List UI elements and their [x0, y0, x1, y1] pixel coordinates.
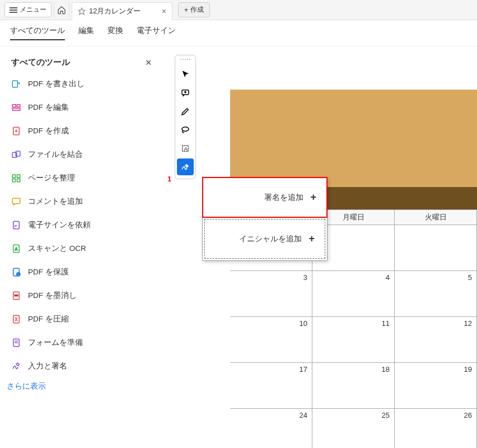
tool-item-organize[interactable]: ページを整理 — [6, 167, 157, 189]
vertical-toolbar: A — [175, 55, 196, 179]
tools-panel: すべてのツール ✕ PDF を書き出しPDF を編集PDF を作成ファイルを結合… — [0, 49, 162, 404]
lasso-tool[interactable] — [177, 122, 194, 138]
tool-item-label: PDF を保護 — [28, 267, 69, 277]
plus-icon: + — [310, 192, 316, 203]
tool-item-compress[interactable]: PDF を圧縮 — [6, 309, 157, 330]
svg-rect-12 — [12, 198, 20, 204]
nav-edit[interactable]: 編集 — [78, 26, 94, 40]
redact-icon — [11, 291, 21, 301]
svg-rect-2 — [12, 105, 16, 108]
tool-item-scan[interactable]: Aスキャンと OCR — [6, 238, 157, 259]
calendar-banner — [230, 90, 477, 187]
calendar-cell — [395, 225, 477, 271]
signature-popup: 署名を追加 + イニシャルを追加 + — [202, 177, 328, 261]
nav-all-tools[interactable]: すべてのツール — [10, 26, 65, 40]
calendar-cell: 25 — [312, 409, 395, 448]
comment-tool[interactable] — [177, 85, 194, 101]
menu-button[interactable]: メニュー — [4, 2, 52, 17]
add-signature-button[interactable]: 署名を追加 + — [202, 177, 328, 218]
create-label: 作成 — [190, 5, 204, 15]
calendar-row: 345 — [230, 271, 477, 317]
tool-item-comment[interactable]: コメントを追加 — [6, 191, 157, 212]
tool-item-redact[interactable]: PDF を墨消し — [6, 285, 157, 306]
nav-esign[interactable]: 電子サイン — [137, 26, 176, 40]
tool-item-label: コメントを追加 — [28, 197, 83, 207]
tool-item-protect[interactable]: PDF を保護 — [6, 262, 157, 283]
document-view: 月曜日火曜日 345101112171819242526 — [230, 90, 477, 448]
calendar-row: 242526 — [230, 409, 477, 448]
export-icon — [11, 79, 21, 89]
tool-item-label: スキャンと OCR — [28, 244, 86, 254]
tool-item-edit-pdf[interactable]: PDF を編集 — [6, 97, 157, 118]
combine-icon — [11, 150, 21, 160]
tool-item-label: PDF を圧縮 — [28, 314, 69, 324]
sign-tool[interactable] — [177, 158, 194, 175]
calendar-cell: 12 — [395, 317, 477, 363]
tool-item-create-pdf[interactable]: PDF を作成 — [6, 120, 157, 142]
tool-item-label: PDF を書き出し — [28, 79, 85, 89]
svg-rect-1 — [12, 81, 17, 87]
svg-rect-11 — [17, 179, 20, 182]
form-icon — [11, 338, 21, 348]
tool-item-form[interactable]: フォームを準備 — [6, 332, 157, 353]
protect-icon — [11, 267, 21, 277]
scan-icon: A — [11, 244, 21, 254]
add-initials-button[interactable]: イニシャルを追加 + — [204, 219, 325, 259]
calendar-cell: 24 — [230, 409, 312, 448]
hamburger-icon — [10, 7, 17, 13]
tool-item-request-sign[interactable]: 電子サインを依頼 — [6, 214, 157, 236]
tool-item-fill-sign[interactable]: 入力と署名 — [6, 356, 157, 377]
request-sign-icon — [11, 220, 21, 230]
svg-rect-8 — [12, 175, 15, 178]
tool-item-export[interactable]: PDF を書き出し — [6, 73, 157, 95]
show-more-link[interactable]: さらに表示 — [6, 377, 157, 396]
home-button[interactable] — [54, 2, 69, 18]
svg-rect-9 — [17, 175, 20, 178]
panel-header: すべてのツール ✕ — [6, 57, 157, 73]
svg-point-28 — [182, 127, 189, 132]
svg-rect-18 — [17, 273, 19, 274]
add-signature-label: 署名を追加 — [264, 193, 303, 203]
topbar: メニュー 12月カレンダー × + 作成 — [0, 0, 477, 20]
calendar-cell: 10 — [230, 317, 312, 363]
tool-item-label: ページを整理 — [28, 173, 75, 183]
calendar-cell: 18 — [312, 363, 395, 409]
menu-label: メニュー — [20, 5, 46, 15]
fill-sign-icon — [11, 361, 21, 371]
document-tab[interactable]: 12月カレンダー × — [72, 2, 172, 20]
calendar-row: 101112 — [230, 317, 477, 363]
calendar-cell: 4 — [312, 271, 395, 317]
svg-rect-20 — [15, 295, 18, 296]
tab-title: 12月カレンダー — [89, 6, 141, 16]
add-initials-label: イニシャルを追加 — [239, 234, 302, 244]
create-button[interactable]: + 作成 — [178, 2, 210, 17]
calendar-cell: 26 — [395, 409, 477, 448]
text-select-tool[interactable]: A — [177, 140, 194, 157]
tab-close-button[interactable]: × — [162, 7, 166, 16]
calendar-cell: 11 — [312, 317, 395, 363]
tool-item-combine[interactable]: ファイルを結合 — [6, 144, 157, 165]
annotation-1: 1 — [167, 175, 171, 183]
svg-rect-10 — [12, 179, 15, 182]
plus-icon: + — [308, 233, 315, 245]
svg-text:A: A — [184, 146, 188, 152]
toolbar-grip[interactable] — [180, 59, 191, 62]
tool-item-label: 電子サインを依頼 — [28, 220, 91, 230]
day-header: 火曜日 — [395, 209, 477, 225]
svg-rect-13 — [13, 221, 20, 229]
pencil-tool[interactable] — [177, 103, 194, 120]
secondary-nav: すべてのツール 編集 変換 電子サイン — [0, 20, 477, 46]
organize-icon — [11, 173, 21, 183]
calendar-row: 171819 — [230, 363, 477, 409]
star-icon — [78, 7, 86, 15]
tool-item-label: PDF を墨消し — [28, 291, 77, 301]
nav-convert[interactable]: 変換 — [107, 26, 123, 40]
compress-icon — [11, 314, 21, 324]
comment-icon — [11, 197, 21, 207]
svg-rect-4 — [17, 105, 20, 108]
svg-text:A: A — [15, 247, 18, 251]
panel-close-button[interactable]: ✕ — [145, 58, 152, 68]
pointer-tool[interactable] — [177, 66, 194, 83]
calendar-cell: 5 — [395, 271, 477, 317]
tool-item-label: PDF を作成 — [28, 126, 69, 136]
